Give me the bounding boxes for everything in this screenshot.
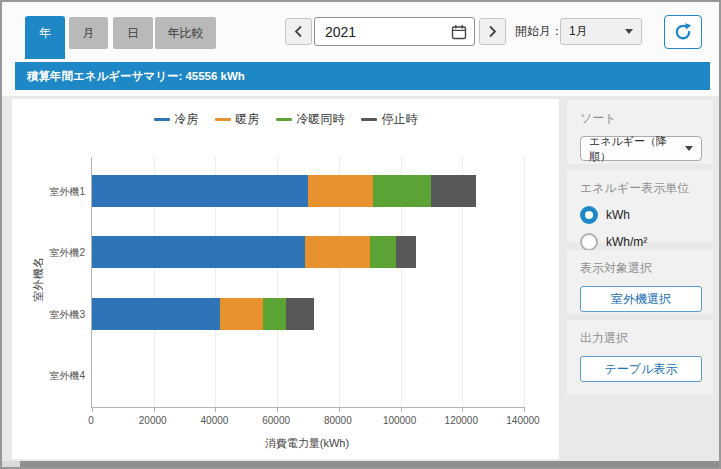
radio-kwh-m2-label: kWh/m² (606, 235, 647, 249)
caret-down-icon (625, 29, 633, 34)
unit-label: エネルギー表示単位 (580, 180, 702, 197)
sort-label: ソート (580, 110, 702, 127)
chart-card: 冷房暖房冷暖同時停止時 0200004000060000800001000001… (12, 99, 559, 459)
x-tick-label: 120000 (431, 415, 491, 426)
radio-kwh-label: kWh (606, 208, 630, 222)
x-tick-mark (277, 407, 278, 412)
caret-down-icon (685, 146, 693, 151)
legend-label: 停止時 (382, 111, 418, 128)
bar-segment-冷房[interactable] (92, 175, 308, 207)
bar-segment-冷暖同時[interactable] (370, 236, 396, 268)
x-tick-label: 0 (61, 415, 121, 426)
x-tick-mark (154, 407, 155, 412)
bar-row (92, 298, 314, 330)
bar-segment-停止時[interactable] (431, 175, 476, 207)
refresh-icon (673, 22, 693, 42)
radio-option-kwh-m2[interactable]: kWh/m² (580, 233, 702, 251)
x-tick-label: 40000 (184, 415, 244, 426)
x-tick-mark (92, 407, 93, 412)
x-tick-label: 60000 (246, 415, 306, 426)
summary-banner: 積算年間エネルギーサマリー: 45556 kWh (15, 62, 710, 90)
output-section: 出力選択 テーブル表示 (567, 320, 713, 395)
radio-unselected-icon (580, 233, 598, 251)
bar-segment-冷暖同時[interactable] (373, 175, 432, 207)
prev-year-button[interactable] (285, 18, 312, 45)
unit-section: エネルギー表示単位 kWh kWh/m² (567, 170, 713, 242)
legend-label: 冷暖同時 (297, 111, 345, 128)
x-tick-mark (339, 407, 340, 412)
x-tick-label: 100000 (370, 415, 430, 426)
refresh-button[interactable] (664, 15, 702, 49)
bar-row (92, 175, 476, 207)
year-input[interactable] (315, 23, 451, 41)
bar-segment-冷房[interactable] (92, 298, 220, 330)
legend-marker-icon (361, 118, 377, 122)
start-month-value: 1月 (569, 23, 588, 40)
legend-marker-icon (215, 118, 231, 122)
output-label: 出力選択 (580, 330, 702, 347)
legend-marker-icon (154, 118, 170, 122)
x-axis-title: 消費電力量(kWh) (91, 436, 523, 451)
chevron-right-icon (488, 25, 497, 38)
select-outdoor-unit-button[interactable]: 室外機選択 (580, 286, 702, 312)
legend-marker-icon (276, 118, 292, 122)
y-category-label: 室外機3 (12, 308, 85, 322)
sort-section: ソート エネルギー（降順） (567, 100, 713, 164)
sort-select[interactable]: エネルギー（降順） (580, 136, 702, 161)
bar-row (92, 236, 416, 268)
x-tick-mark (524, 407, 525, 412)
radio-selected-icon (580, 206, 598, 224)
target-section: 表示対象選択 室外機選択 (567, 250, 713, 314)
y-axis-title: 室外機名 (31, 240, 46, 320)
start-month-select[interactable]: 1月 (560, 18, 642, 45)
y-category-label: 室外機2 (12, 246, 85, 260)
tab-month[interactable]: 月 (69, 17, 108, 49)
y-category-label: 室外機4 (12, 369, 85, 383)
legend-label: 暖房 (236, 111, 260, 128)
next-year-button[interactable] (479, 18, 506, 45)
bar-segment-暖房[interactable] (308, 175, 373, 207)
target-label: 表示対象選択 (580, 260, 702, 277)
chevron-left-icon (294, 25, 303, 38)
legend-item: 冷房 (154, 111, 199, 128)
year-input-box (314, 17, 475, 46)
legend-item: 停止時 (361, 111, 418, 128)
table-view-button[interactable]: テーブル表示 (580, 356, 702, 382)
x-tick-mark (401, 407, 402, 412)
plot-area (91, 157, 524, 408)
sort-value: エネルギー（降順） (589, 134, 685, 164)
tab-year[interactable]: 年 (25, 16, 65, 59)
start-month-label: 開始月： (515, 23, 563, 40)
tab-day[interactable]: 日 (113, 17, 153, 49)
app-window: 年 月 日 年比較 開始月： 1月 積算年間エネルギーサマリー: 45 (0, 0, 721, 469)
x-tick-label: 20000 (123, 415, 183, 426)
tab-year-compare[interactable]: 年比較 (155, 17, 216, 49)
summary-text: 積算年間エネルギーサマリー: 45556 kWh (27, 69, 245, 84)
radio-option-kwh[interactable]: kWh (580, 206, 702, 224)
legend-item: 暖房 (215, 111, 260, 128)
calendar-icon[interactable] (451, 24, 467, 40)
bar-segment-暖房[interactable] (220, 298, 263, 330)
bar-segment-停止時[interactable] (396, 236, 416, 268)
horizontal-scrollbar[interactable] (2, 461, 719, 468)
legend-item: 冷暖同時 (276, 111, 345, 128)
x-tick-label: 80000 (308, 415, 368, 426)
x-tick-mark (462, 407, 463, 412)
legend-label: 冷房 (175, 111, 199, 128)
y-category-label: 室外機1 (12, 185, 85, 199)
horizontal-scrollbar-thumb[interactable] (20, 461, 719, 468)
bar-segment-暖房[interactable] (305, 236, 370, 268)
bar-segment-停止時[interactable] (286, 298, 314, 330)
chart-legend: 冷房暖房冷暖同時停止時 (12, 111, 559, 128)
gridline (524, 157, 525, 407)
x-tick-label: 140000 (493, 415, 553, 426)
bar-segment-冷暖同時[interactable] (263, 298, 286, 330)
x-tick-mark (215, 407, 216, 412)
bar-segment-冷房[interactable] (92, 236, 305, 268)
